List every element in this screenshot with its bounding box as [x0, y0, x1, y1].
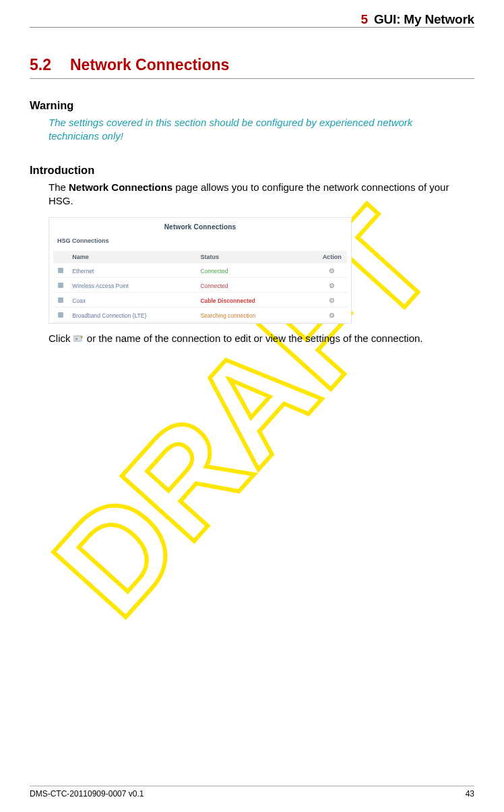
panel-section-label: HSG Connections	[53, 236, 347, 245]
table-header-row: Name Status Action	[53, 251, 347, 263]
row-name[interactable]: Coax	[68, 294, 196, 308]
table-row[interactable]: Wireless Access PointConnected⚙	[53, 279, 347, 293]
intro-bold: Network Connections	[69, 181, 172, 193]
section-number: 5.2	[30, 56, 51, 74]
row-status: Cable Disconnected	[196, 294, 317, 308]
click-instruction: Click or the name of the connection to e…	[49, 332, 460, 345]
chapter-header: 5 GUI: My Network	[30, 12, 474, 28]
row-action[interactable]: ⚙	[317, 294, 347, 308]
row-icon	[53, 279, 68, 293]
row-action[interactable]: ⚙	[317, 279, 347, 293]
page-footer: DMS-CTC-20110909-0007 v0.1 43	[0, 786, 504, 812]
table-row[interactable]: Broadband Connection (LTE)Searching conn…	[53, 309, 347, 322]
col-name: Name	[68, 251, 196, 263]
svg-rect-0	[73, 336, 82, 341]
chapter-number: 5	[361, 12, 368, 26]
row-status: Connected	[196, 264, 317, 278]
row-name[interactable]: Ethernet	[68, 264, 196, 278]
network-connections-panel: Network Connections HSG Connections Name…	[49, 217, 352, 324]
gear-icon[interactable]: ⚙	[329, 297, 335, 304]
row-status: Connected	[196, 279, 317, 293]
row-icon	[53, 309, 68, 322]
row-action[interactable]: ⚙	[317, 264, 347, 278]
intro-heading: Introduction	[30, 164, 474, 177]
section-title: Network Connections	[70, 56, 229, 74]
warning-heading: Warning	[30, 99, 474, 112]
footer-divider	[30, 786, 474, 786]
intro-before: The	[49, 181, 69, 193]
edit-icon	[73, 332, 84, 341]
row-name[interactable]: Wireless Access Point	[68, 279, 196, 293]
doc-id: DMS-CTC-20110909-0007 v0.1	[30, 789, 144, 799]
section-heading: 5.2 Network Connections	[30, 56, 474, 79]
page-number: 43	[466, 789, 474, 799]
col-status: Status	[196, 251, 317, 263]
gear-icon[interactable]: ⚙	[329, 267, 335, 274]
table-row[interactable]: CoaxCable Disconnected⚙	[53, 294, 347, 308]
click-before: Click	[49, 332, 73, 344]
connections-table: Name Status Action EthernetConnected⚙Wir…	[53, 250, 347, 324]
row-name[interactable]: Broadband Connection (LTE)	[68, 309, 196, 322]
chapter-title: GUI: My Network	[374, 12, 474, 26]
row-icon	[53, 264, 68, 278]
click-after: or the name of the connection to edit or…	[84, 332, 423, 344]
gear-icon[interactable]: ⚙	[329, 312, 335, 319]
panel-title: Network Connections	[53, 222, 347, 236]
table-row[interactable]: EthernetConnected⚙	[53, 264, 347, 278]
intro-text: The Network Connections page allows you …	[49, 181, 460, 208]
row-action[interactable]: ⚙	[317, 309, 347, 322]
header-divider	[30, 27, 474, 28]
warning-text: The settings covered in this section sho…	[49, 116, 453, 144]
col-action: Action	[317, 251, 347, 263]
row-icon	[53, 294, 68, 308]
row-status: Searching connection	[196, 309, 317, 322]
gear-icon[interactable]: ⚙	[329, 282, 335, 289]
